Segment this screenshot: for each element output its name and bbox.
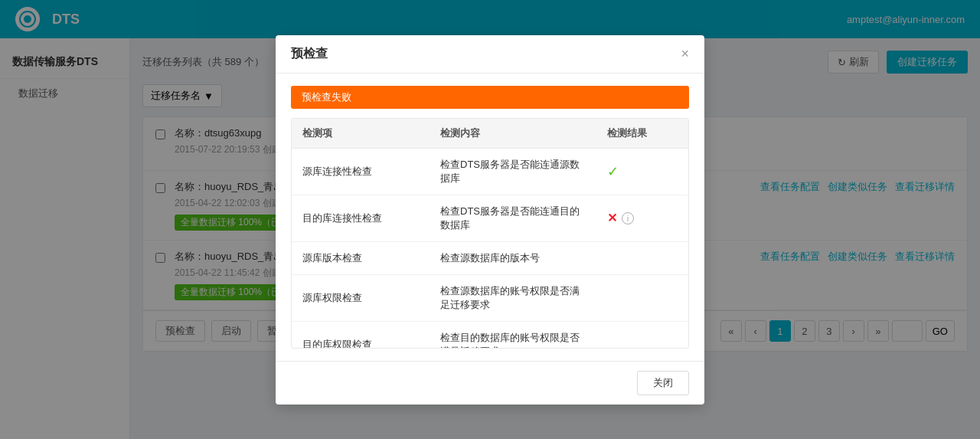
col-check-result: 检测结果 <box>596 119 688 148</box>
check-result-cell <box>596 275 688 321</box>
check-content-cell: 检查DTS服务器是否能连通目的数据库 <box>430 195 596 241</box>
check-item-cell: 源库版本检查 <box>292 242 430 274</box>
table-row: 源库版本检查 检查源数据库的版本号 <box>292 242 688 275</box>
table-row: 源库连接性检查 检查DTS服务器是否能连通源数据库 ✓ <box>292 149 688 195</box>
col-check-content: 检测内容 <box>430 119 596 148</box>
modal-overlay: 预检查 × 预检查失败 检测项 检测内容 检测结果 源库连接性检查 检查DTS服… <box>0 0 980 439</box>
check-content-cell: 检查源数据库的版本号 <box>430 242 596 274</box>
dialog-close-button[interactable]: × <box>681 47 689 61</box>
check-table-header: 检测项 检测内容 检测结果 <box>292 119 688 149</box>
dialog-title: 预检查 <box>291 46 328 62</box>
table-row: 目的库权限检查 检查目的数据库的账号权限是否满足迁移要求 <box>292 322 688 348</box>
dialog-body: 预检查失败 检测项 检测内容 检测结果 源库连接性检查 检查DTS服务器是否能连… <box>276 74 704 361</box>
check-item-cell: 源库连接性检查 <box>292 149 430 195</box>
dialog-header: 预检查 × <box>276 35 704 74</box>
table-row: 源库权限检查 检查源数据库的账号权限是否满足迁移要求 <box>292 275 688 322</box>
precheck-dialog: 预检查 × 预检查失败 检测项 检测内容 检测结果 源库连接性检查 检查DTS服… <box>276 35 704 405</box>
fail-icon: ✕ <box>607 211 617 225</box>
check-result-cell <box>596 322 688 348</box>
check-result-cell: ✓ <box>596 149 688 195</box>
table-row: 目的库连接性检查 检查DTS服务器是否能连通目的数据库 ✕ i <box>292 195 688 242</box>
dialog-footer: 关闭 <box>276 361 704 405</box>
info-icon[interactable]: i <box>622 212 634 224</box>
col-check-item: 检测项 <box>292 119 430 148</box>
alert-fail-badge: 预检查失败 <box>291 86 689 109</box>
check-result-cell <box>596 242 688 274</box>
close-dialog-button[interactable]: 关闭 <box>637 371 689 395</box>
check-item-cell: 源库权限检查 <box>292 275 430 321</box>
check-table: 检测项 检测内容 检测结果 源库连接性检查 检查DTS服务器是否能连通源数据库 … <box>291 118 689 349</box>
check-result-cell: ✕ i <box>596 195 688 241</box>
check-item-cell: 目的库连接性检查 <box>292 195 430 241</box>
check-content-cell: 检查DTS服务器是否能连通源数据库 <box>430 149 596 195</box>
ok-icon: ✓ <box>607 163 619 180</box>
check-content-cell: 检查目的数据库的账号权限是否满足迁移要求 <box>430 322 596 348</box>
check-table-body: 源库连接性检查 检查DTS服务器是否能连通源数据库 ✓ 目的库连接性检查 检查D… <box>292 149 688 348</box>
check-content-cell: 检查源数据库的账号权限是否满足迁移要求 <box>430 275 596 321</box>
check-item-cell: 目的库权限检查 <box>292 322 430 348</box>
